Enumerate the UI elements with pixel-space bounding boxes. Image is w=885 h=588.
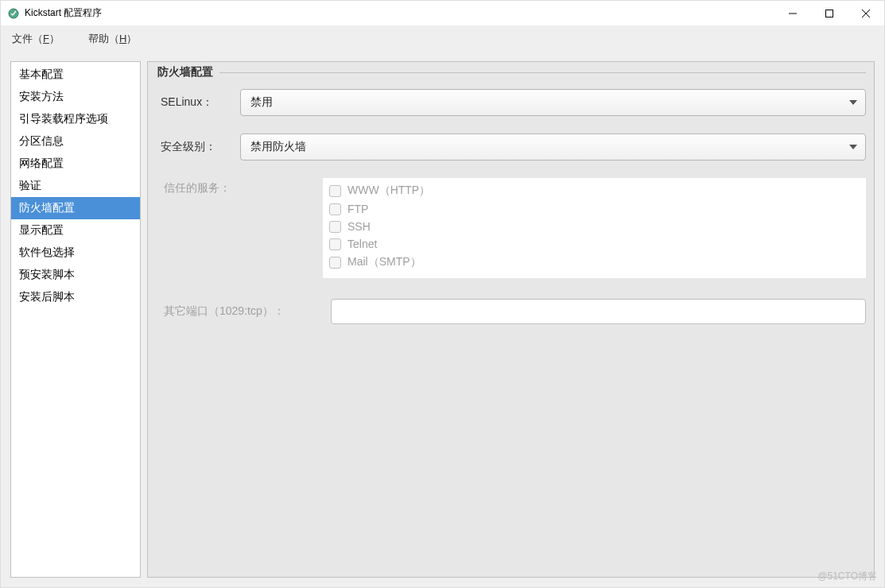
menubar: 文件（F） 帮助（H） (1, 26, 884, 52)
menu-file[interactable]: 文件（F） (7, 29, 64, 49)
security-dropdown[interactable]: 禁用防火墙 (240, 133, 866, 161)
menu-help[interactable]: 帮助（H） (83, 29, 142, 49)
service-label: Mail（SMTP） (347, 255, 421, 269)
section-title: 防火墙配置 (157, 65, 866, 79)
sidebar[interactable]: 基本配置 安装方法 引导装载程序选项 分区信息 网络配置 验证 防火墙配置 显示… (10, 61, 141, 578)
svg-rect-2 (826, 10, 833, 17)
window-title: Kickstart 配置程序 (25, 6, 774, 20)
content-area: 基本配置 安装方法 引导装载程序选项 分区信息 网络配置 验证 防火墙配置 显示… (1, 52, 884, 587)
service-ssh: SSH (329, 218, 860, 235)
sidebar-item-auth[interactable]: 验证 (11, 175, 140, 197)
sidebar-item-basic[interactable]: 基本配置 (11, 64, 140, 86)
security-label: 安全级别： (161, 140, 240, 154)
service-telnet: Telnet (329, 235, 860, 253)
menu-file-accel: F (43, 33, 49, 44)
service-label: WWW（HTTP） (347, 184, 430, 198)
menu-help-prefix: 帮助（ (88, 33, 119, 44)
services-list: WWW（HTTP） FTP SSH Telnet (323, 178, 866, 278)
service-ftp: FTP (329, 200, 860, 218)
app-window: Kickstart 配置程序 文件（F） 帮助（H） 基本配置 安装方法 引导装 (0, 0, 885, 588)
row-selinux: SELinux： 禁用 (161, 89, 866, 116)
service-label: Telnet (347, 238, 377, 250)
ports-input (331, 299, 866, 324)
selinux-dropdown[interactable]: 禁用 (240, 89, 866, 116)
minimize-icon (789, 10, 797, 17)
maximize-button[interactable] (811, 1, 848, 26)
sidebar-item-bootloader[interactable]: 引导装载程序选项 (11, 108, 140, 130)
chevron-down-icon (849, 145, 857, 149)
row-ports: 其它端口（1029:tcp）： (164, 299, 866, 324)
chevron-down-icon (849, 100, 857, 105)
sidebar-item-preinstall[interactable]: 预安装脚本 (11, 264, 140, 286)
sidebar-item-postinstall[interactable]: 安装后脚本 (11, 286, 140, 308)
menu-help-suffix: ） (126, 33, 137, 44)
sidebar-item-firewall[interactable]: 防火墙配置 (11, 197, 140, 219)
minimize-button[interactable] (774, 1, 811, 26)
main-panel: 防火墙配置 SELinux： 禁用 安全级别： 禁用防火墙 信任的服务： (147, 61, 875, 578)
sidebar-item-partition[interactable]: 分区信息 (11, 130, 140, 153)
sidebar-item-display[interactable]: 显示配置 (11, 219, 140, 242)
service-mail: Mail（SMTP） (329, 253, 860, 272)
sidebar-item-network[interactable]: 网络配置 (11, 153, 140, 175)
sidebar-item-packages[interactable]: 软件包选择 (11, 242, 140, 264)
checkbox-icon (329, 185, 341, 197)
checkbox-icon (329, 203, 341, 215)
menu-file-suffix: ） (49, 33, 60, 44)
maximize-icon (825, 10, 833, 17)
close-icon (862, 10, 870, 17)
selinux-value: 禁用 (250, 95, 273, 110)
menu-file-prefix: 文件（ (12, 33, 43, 44)
titlebar: Kickstart 配置程序 (1, 1, 884, 26)
checkbox-icon (329, 238, 341, 250)
close-button[interactable] (848, 1, 884, 26)
service-label: FTP (347, 203, 368, 215)
checkbox-icon (329, 257, 341, 269)
ports-label: 其它端口（1029:tcp）： (164, 304, 331, 319)
service-label: SSH (347, 220, 371, 233)
menu-help-accel: H (119, 33, 126, 44)
watermark: @51CTO博客 (817, 570, 877, 583)
service-www: WWW（HTTP） (329, 181, 860, 200)
checkbox-icon (329, 221, 341, 233)
app-icon (7, 7, 20, 20)
services-label: 信任的服务： (164, 178, 323, 278)
row-security: 安全级别： 禁用防火墙 (161, 133, 866, 161)
window-controls (774, 1, 884, 26)
services-block: 信任的服务： WWW（HTTP） FTP SSH (164, 178, 866, 278)
sidebar-item-install[interactable]: 安装方法 (11, 86, 140, 108)
selinux-label: SELinux： (161, 95, 240, 110)
security-value: 禁用防火墙 (250, 140, 306, 154)
